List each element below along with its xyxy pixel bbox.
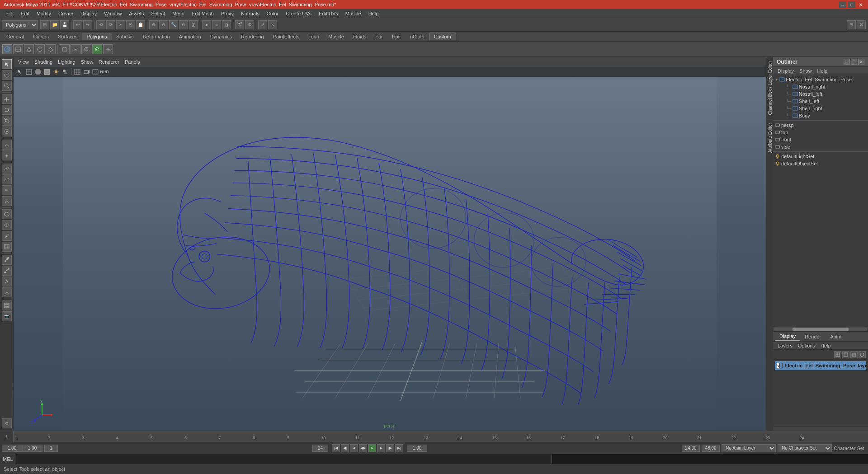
rotate-tool[interactable] <box>2 105 12 115</box>
outliner-item-persp[interactable]: persp <box>773 122 868 129</box>
menu-edit[interactable]: Edit <box>17 10 33 17</box>
layer-tab-render[interactable]: Render <box>800 333 826 340</box>
paint-tool[interactable]: 🖌 <box>2 231 12 241</box>
shelf-tab-subdivs[interactable]: Subdivs <box>112 33 138 40</box>
toolbar-icon-14[interactable]: ◎ <box>189 20 198 29</box>
toolbar-icon-7[interactable]: ⟳ <box>106 20 115 29</box>
scale-tool[interactable] <box>2 116 12 126</box>
layer-tool[interactable] <box>2 300 12 310</box>
vp-icon-shadow[interactable] <box>61 68 69 76</box>
toolbar-icon-13[interactable]: ⊙ <box>179 20 188 29</box>
arc-tool[interactable] <box>2 196 12 206</box>
toolbar-icon-2[interactable]: 📁 <box>50 20 59 29</box>
pencil-curve-tool[interactable]: ✏ <box>2 185 12 195</box>
toolbar-icon-12[interactable]: ⊖ <box>159 20 168 29</box>
menu-muscle[interactable]: Muscle <box>342 10 365 17</box>
toolbar-icon-1[interactable]: ⊞ <box>40 20 49 29</box>
outliner-item-side[interactable]: side <box>773 143 868 150</box>
playback-start-field[interactable] <box>682 445 700 452</box>
toolbar-icon-3[interactable]: 💾 <box>60 20 69 29</box>
frame-start-field[interactable] <box>2 445 22 452</box>
select-tool[interactable] <box>2 59 12 69</box>
close-button[interactable]: ✕ <box>857 1 864 8</box>
layers-item-help[interactable]: Help <box>818 342 834 349</box>
vp-menu-lighting[interactable]: Lighting <box>55 58 78 66</box>
outliner-item-top[interactable]: top <box>773 129 868 136</box>
menu-mesh[interactable]: Mesh <box>169 10 188 17</box>
shelf-tab-deformation[interactable]: Deformation <box>138 33 175 40</box>
shelf-icon-8[interactable] <box>81 44 91 54</box>
vp-icon-all-lights[interactable] <box>52 68 60 76</box>
mode-dropdown[interactable]: Polygons <box>2 20 38 29</box>
vp-menu-view[interactable]: View <box>15 58 32 66</box>
menu-assets[interactable]: Assets <box>125 10 147 17</box>
toolbar-icon-8[interactable]: ✂ <box>116 20 125 29</box>
vp-icon-resolution[interactable] <box>91 68 99 76</box>
maximize-button[interactable]: □ <box>848 1 855 8</box>
menu-create-uvs[interactable]: Create UVs <box>282 10 315 17</box>
shelf-tab-hair[interactable]: Hair <box>387 33 406 40</box>
layer-hscroll[interactable] <box>773 426 868 431</box>
prev-frame-btn[interactable]: ◀ <box>350 444 358 452</box>
timeline-ruler[interactable]: 1 2 3 4 5 6 7 8 9 10 11 12 13 14 15 16 1… <box>14 431 868 442</box>
outliner-item-nostril-left[interactable]: └─ Nostril_left <box>773 90 868 98</box>
layer-tb-icon-1[interactable] <box>834 351 841 358</box>
play-back-btn[interactable]: ◀▶ <box>359 444 367 452</box>
shelf-tab-polygons[interactable]: Polygons <box>82 33 111 40</box>
minimize-button[interactable]: – <box>839 1 846 8</box>
toolbar-icon-right-2[interactable]: ⊠ <box>857 20 866 29</box>
toolbar-icon-snap[interactable]: 🔧 <box>169 20 178 29</box>
layers-item-options[interactable]: Options <box>795 342 818 349</box>
menu-file[interactable]: File <box>2 10 17 17</box>
shelf-tab-ncloth[interactable]: nCloth <box>406 33 429 40</box>
outliner-item-default-light-set[interactable]: defaultLightSet <box>773 153 868 160</box>
toolbar-icon-right-1[interactable]: ⊟ <box>847 20 856 29</box>
curve-tool[interactable] <box>2 164 12 174</box>
outliner-item-nostril-right[interactable]: └─ Nostril_right <box>773 83 868 90</box>
vp-icon-camera[interactable] <box>82 68 90 76</box>
shelf-tab-curves[interactable]: Curves <box>28 33 53 40</box>
outliner-item-eel[interactable]: ▼ Electric_Eel_Swimming_Pose <box>773 76 868 83</box>
menu-proxy[interactable]: Proxy <box>217 10 237 17</box>
outliner-menu-help[interactable]: Help <box>815 67 830 75</box>
viewport-container[interactable]: View Shading Lighting Show Renderer Pane… <box>14 57 766 431</box>
menu-edit-mesh[interactable]: Edit Mesh <box>188 10 217 17</box>
shelf-tab-custom[interactable]: Custom <box>429 33 456 40</box>
sculpt-tool[interactable] <box>2 220 12 230</box>
char-set-dropdown[interactable]: No Character Set <box>778 444 832 452</box>
menu-window[interactable]: Window <box>100 10 125 17</box>
joint-tool[interactable] <box>2 255 12 265</box>
vp-icon-grid[interactable] <box>73 68 81 76</box>
outliner-item-body[interactable]: └─ Body <box>773 112 868 119</box>
layer-tab-display[interactable]: Display <box>775 333 800 341</box>
menu-select[interactable]: Select <box>147 10 169 17</box>
toolbar-icon-6[interactable]: ⟲ <box>96 20 105 29</box>
anim-set-dropdown[interactable]: No Anim Layer <box>722 444 776 452</box>
next-frame-btn[interactable]: ▶ <box>377 444 385 452</box>
shelf-icon-7[interactable] <box>71 44 80 54</box>
outliner-item-shell-right[interactable]: └─ Shell_right <box>773 105 868 112</box>
move-tool[interactable] <box>2 94 12 104</box>
show-manip-tool[interactable]: ◈ <box>2 150 12 160</box>
lasso-tool[interactable] <box>2 70 12 80</box>
paint-select-tool[interactable] <box>2 81 12 91</box>
toolbar-icon-17[interactable]: ◑ <box>222 20 231 29</box>
scroll-thumb[interactable] <box>793 328 849 331</box>
vp-menu-shading[interactable]: Shading <box>32 58 55 66</box>
outliner-item-shell-left[interactable]: └─ Shell_left <box>773 98 868 105</box>
tool-settings[interactable]: ⚙ <box>2 418 12 428</box>
shelf-tab-dynamics[interactable]: Dynamics <box>206 33 236 40</box>
outliner-hscroll[interactable] <box>773 327 868 331</box>
toolbar-icon-11[interactable]: ⊕ <box>149 20 158 29</box>
paint-skin-tool[interactable] <box>2 287 12 297</box>
shelf-icon-6[interactable] <box>60 44 70 54</box>
prev-key-btn[interactable]: ◀| <box>341 444 349 452</box>
mel-input[interactable] <box>16 454 552 464</box>
layers-item-layers[interactable]: Layers <box>775 342 795 349</box>
shelf-icon-9[interactable] <box>92 44 102 54</box>
vp-icon-textured[interactable] <box>43 68 51 76</box>
vp-menu-show[interactable]: Show <box>78 58 96 66</box>
range-end-field[interactable] <box>312 445 328 452</box>
vp-icon-select[interactable] <box>16 68 24 76</box>
toolbar-icon-4[interactable]: ↩ <box>73 20 82 29</box>
